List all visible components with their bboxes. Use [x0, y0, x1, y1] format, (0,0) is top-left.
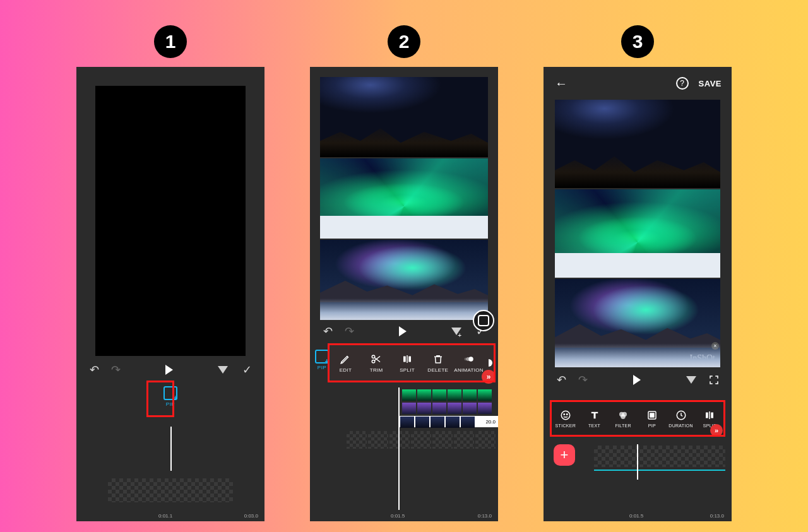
timeline[interactable] [581, 443, 725, 481]
pip-track-1[interactable] [402, 389, 498, 401]
preview-pane-aurora-green[interactable] [555, 189, 720, 278]
playhead[interactable] [170, 427, 172, 471]
step-badge-2: 2 [388, 25, 420, 58]
highlight-box-toolbar [550, 400, 725, 437]
header-bar: ← ? SAVE [544, 67, 732, 100]
clip-duration-badge: 20.0 [484, 418, 497, 425]
preview-pane-aurora-green[interactable] [320, 158, 488, 239]
timecode-total: 0:13.0 [478, 513, 492, 519]
undo-icon[interactable] [320, 324, 335, 339]
highlight-box-toolbar [328, 343, 496, 382]
save-button[interactable]: SAVE [699, 79, 722, 88]
main-video-track[interactable] [347, 431, 498, 449]
fullscreen-icon[interactable] [706, 372, 722, 387]
timecode-total: 0:03.0 [244, 513, 258, 519]
stop-record-icon[interactable] [473, 310, 494, 331]
step-badge-3: 3 [621, 25, 654, 58]
timecode-current: 0:01.5 [391, 513, 405, 519]
add-filter-icon[interactable] [449, 324, 464, 339]
play-button[interactable] [629, 372, 645, 387]
undo-icon[interactable] [86, 362, 102, 377]
preview-pane-aurora-purple[interactable] [320, 240, 488, 320]
filter-dropdown-icon[interactable] [684, 372, 699, 387]
timecode-current: 0:01.1 [158, 513, 172, 519]
preview-pane-aurora-purple[interactable]: × InShOt [555, 279, 720, 367]
main-clip[interactable] [594, 446, 725, 467]
watermark-close-icon[interactable]: × [711, 342, 719, 350]
help-icon[interactable]: ? [676, 77, 689, 90]
playback-controls [310, 320, 498, 345]
phone-screen-2: PIP EDIT TRIM SPLIT DELETE ANIMATION [310, 67, 498, 521]
timecode-current: 0:01.5 [629, 513, 643, 519]
play-button[interactable] [395, 324, 410, 339]
filter-dropdown-icon[interactable] [215, 362, 230, 377]
playback-controls [76, 356, 264, 384]
pip-track-2[interactable] [402, 403, 498, 414]
playback-controls [544, 367, 732, 393]
preview-stacked: × InShOt [555, 100, 720, 367]
preview-stacked [320, 77, 488, 320]
audio-track-line[interactable] [594, 470, 725, 471]
phone-screen-3: ← ? SAVE × InShOt [544, 67, 732, 521]
step-2-column: 2 PIP EDIT [310, 25, 498, 521]
highlight-box-pip [146, 381, 174, 417]
add-media-button[interactable]: + [554, 444, 575, 466]
redo-icon [575, 372, 590, 387]
playhead[interactable] [637, 444, 638, 480]
confirm-check-icon[interactable] [239, 362, 254, 377]
redo-icon [342, 324, 357, 339]
phone-screen-1: PIP 0:01.1 0:03.0 [76, 67, 264, 521]
preview-pane-night-sky[interactable] [320, 77, 488, 157]
redo-icon [108, 362, 123, 377]
watermark-logo[interactable]: InShOt [690, 353, 715, 364]
undo-icon[interactable] [554, 372, 569, 387]
step-1-column: 1 PIP 0:01.1 0:03.0 [76, 25, 264, 521]
play-button[interactable] [162, 362, 177, 377]
video-preview-blank[interactable] [95, 86, 246, 356]
pip-side-button[interactable]: PIP [315, 350, 329, 370]
timeline-tracks[interactable]: 20.0 [320, 387, 498, 509]
pip-track-3[interactable]: 20.0 [400, 416, 498, 427]
empty-clip-checker[interactable] [108, 478, 233, 502]
step-badge-1: 1 [154, 25, 187, 58]
step-3-column: 3 ← ? SAVE × InShOt [544, 25, 732, 521]
preview-pane-night-sky[interactable] [555, 100, 720, 188]
back-arrow-icon[interactable]: ← [554, 76, 569, 91]
timecode-total: 0:13.0 [710, 513, 724, 519]
playhead[interactable] [398, 387, 400, 510]
timeline[interactable]: 0:01.1 0:03.0 [76, 427, 264, 521]
